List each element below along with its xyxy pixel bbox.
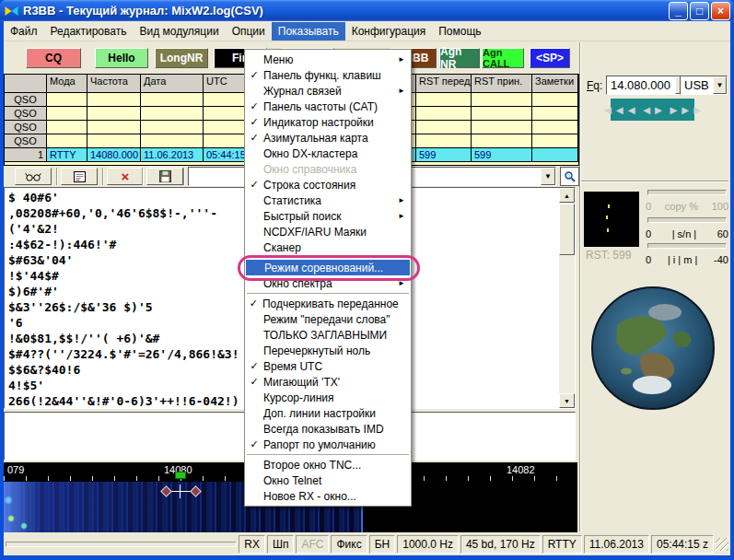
submenu-arrow-icon: ► (398, 55, 411, 64)
menu-item-blinking-tx[interactable]: ✓Мигающий 'TX' (245, 374, 411, 390)
menu-item-azimuthal-map[interactable]: ✓Азимутальная карта (245, 130, 411, 146)
mixw-butterfly-icon (4, 4, 19, 18)
snr-meter-scale: 0| s/n |60 (646, 228, 728, 239)
menu-view[interactable]: Показывать (272, 22, 345, 41)
letter-icon (74, 171, 86, 182)
col-rowlabel[interactable] (5, 75, 47, 93)
status-squelch[interactable]: Шп (267, 535, 295, 554)
checkmark-icon: ✓ (245, 298, 262, 309)
menu-mode[interactable]: Вид модуляции (133, 22, 225, 41)
menu-file[interactable]: Файл (4, 22, 44, 41)
col-notes[interactable]: Заметки (532, 75, 578, 93)
sideband-value[interactable]: USB (681, 76, 713, 94)
menu-item-function-keys-panel[interactable]: ✓Панель функц. клавиш (245, 67, 411, 83)
scroll-down-icon[interactable]: ▼ (559, 393, 575, 408)
checkmark-icon: ✓ (245, 360, 263, 372)
menu-item-uppercase-only[interactable]: ТОЛЬКО ЗАГЛАВНЫМИ (245, 327, 411, 343)
menu-item-utc-time[interactable]: ✓Время UTC (245, 358, 411, 374)
frequency-value[interactable]: 14.080.000 (607, 76, 675, 94)
annotation-ellipse (238, 255, 420, 281)
tuning-indicator[interactable] (584, 192, 639, 247)
menu-item-ncdxf-beacons[interactable]: NCDXF/IARU Маяки (245, 224, 411, 239)
status-date[interactable]: 11.06.2013 (584, 535, 649, 554)
menu-item-statistics[interactable]: Статистика► (245, 192, 411, 208)
fq-label: FFq:q: (587, 79, 602, 92)
menu-item-telnet-window[interactable]: Окно Telnet (245, 472, 411, 488)
status-rx[interactable]: RX (239, 535, 265, 554)
macro-agn-call-button[interactable]: Agn CALL (482, 48, 524, 68)
menu-options[interactable]: Опции (226, 22, 272, 41)
menu-item-tuning-indicator[interactable]: ✓Индикатор настройки (245, 114, 411, 130)
menu-item-log-of-qsos[interactable]: Журнал связей► (245, 83, 411, 99)
title-bar[interactable]: R3BB - Текущий журнал: MixW2.log(CSV) _ … (0, 0, 734, 21)
menu-item-status-line[interactable]: ✓Строка состояния (245, 177, 411, 192)
menu-item-dx-cluster-window[interactable]: Окно DX-кластера (245, 146, 411, 161)
scroll-up-icon[interactable]: ▲ (559, 188, 575, 203)
toolbar-separator (102, 168, 104, 185)
menu-bar: Файл Редактировать Вид модуляции Опции П… (4, 21, 730, 41)
submenu-arrow-icon: ► (398, 196, 411, 204)
checkmark-icon: ✓ (245, 376, 263, 388)
close-button[interactable]: × (711, 2, 730, 20)
menu-item-quick-search[interactable]: Быстрый поиск► (245, 208, 411, 224)
status-audio-freq[interactable]: 1000.0 Hz (397, 535, 459, 554)
menu-item-slashed-zero[interactable]: Перечеркнутый ноль (245, 343, 411, 358)
macro-sp-button[interactable]: <SP> (530, 48, 570, 68)
checkmark-icon: ✓ (245, 69, 263, 81)
menu-item-extra-tuning-lines[interactable]: Доп. линии настройки (245, 405, 411, 421)
search-button[interactable] (560, 167, 579, 186)
col-frequency[interactable]: Частота (87, 75, 141, 93)
save-button[interactable] (146, 168, 183, 185)
status-fixed[interactable]: Фикс (331, 535, 367, 554)
macro-cq-button[interactable]: CQ (26, 48, 81, 68)
frequency-step-arrows[interactable]: ◄◄◄ ◄► ►►► (611, 99, 694, 121)
menu-item-always-show-imd[interactable]: Всегда показывать IMD (245, 421, 411, 437)
rx-scrollbar[interactable]: ▲ ▼ (559, 188, 575, 408)
status-baud-shift[interactable]: 45 bd, 170 Hz (460, 535, 541, 554)
status-afc[interactable]: AFC (296, 535, 329, 554)
macro-agn-nr-button[interactable]: Agn NR (439, 48, 480, 68)
signal-dot (606, 216, 608, 219)
menu-configuration[interactable]: Конфигурация (345, 22, 433, 41)
resize-grip[interactable] (716, 538, 728, 551)
menu-item-second-tnc-window[interactable]: Второе окно TNC... (245, 457, 411, 472)
delete-button[interactable]: × (107, 168, 144, 185)
freq-scale-label: 079 (7, 464, 24, 475)
letter-button[interactable] (61, 168, 98, 185)
toolbar-separator (183, 168, 185, 185)
copy-meter-scale: 0copy %100 (646, 201, 728, 212)
status-bn[interactable]: БН (369, 535, 396, 554)
menu-item-default-report[interactable]: ✓Рапорт по умолчанию (245, 437, 411, 452)
macro-hello-button[interactable]: Hello (95, 48, 148, 68)
menu-edit[interactable]: Редактировать (44, 22, 134, 41)
submenu-arrow-icon: ► (398, 87, 411, 95)
toolbar-separator (142, 168, 144, 185)
col-rst-sent[interactable]: RST перед. (416, 75, 472, 93)
maximize-button[interactable]: □ (690, 2, 709, 20)
rst-readout: RST: 599 (586, 249, 631, 262)
mode-combobox[interactable]: USB ▼ (680, 76, 728, 95)
menu-item-scanner[interactable]: Сканер (245, 239, 411, 255)
col-date[interactable]: Дата (141, 75, 204, 93)
menu-item-new-rx-window[interactable]: Новое RX - окно... (245, 488, 411, 504)
menu-item-word-mode[interactable]: Режим "передачи слова" (245, 311, 411, 327)
minimize-button[interactable]: _ (669, 2, 688, 20)
scroll-thumb[interactable] (559, 204, 575, 255)
status-mode[interactable]: RTTY (542, 535, 582, 554)
menu-item-cat-frequency-panel[interactable]: ✓Панель частоты (CAT) (245, 99, 411, 114)
chevron-down-icon[interactable]: ▼ (541, 168, 555, 185)
menu-item-underline-transmitted[interactable]: ✓Подчеркивать переданное (245, 296, 411, 311)
col-mode[interactable]: Мода (47, 75, 87, 93)
view-log-button[interactable] (15, 168, 52, 185)
status-time[interactable]: 05:44:15 z (651, 535, 714, 554)
menu-help[interactable]: Помощь (432, 22, 487, 41)
azimuthal-map-globe[interactable] (591, 286, 715, 410)
col-rst-rcvd[interactable]: RST прин. (472, 75, 532, 93)
tuning-cursor-center (180, 484, 181, 498)
frequency-combobox[interactable]: 14.080.000 ▼ (606, 76, 691, 95)
menu-item-menu[interactable]: Меню► (245, 52, 411, 67)
panel-separator (579, 42, 581, 531)
menu-item-cursor-line[interactable]: Курсор-линия (245, 390, 411, 405)
macro-longnr-button[interactable]: LongNR (155, 48, 208, 68)
chevron-down-icon[interactable]: ▼ (713, 76, 727, 94)
